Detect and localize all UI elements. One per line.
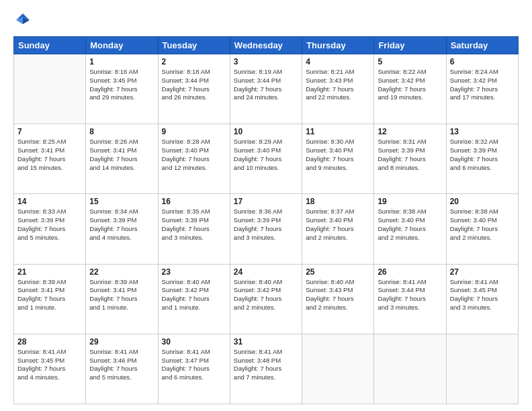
weekday-header-saturday: Saturday xyxy=(446,37,518,54)
day-info: Sunrise: 8:41 AM Sunset: 3:48 PM Dayligh… xyxy=(234,348,298,382)
calendar-cell: 14Sunrise: 8:33 AM Sunset: 3:39 PM Dayli… xyxy=(14,194,86,264)
weekday-header-friday: Friday xyxy=(374,37,446,54)
day-number: 17 xyxy=(234,197,298,206)
page: SundayMondayTuesdayWednesdayThursdayFrid… xyxy=(0,0,532,411)
day-info: Sunrise: 8:40 AM Sunset: 3:42 PM Dayligh… xyxy=(234,278,298,312)
day-number: 2 xyxy=(162,57,226,66)
day-number: 9 xyxy=(162,127,226,136)
day-info: Sunrise: 8:32 AM Sunset: 3:39 PM Dayligh… xyxy=(450,138,515,172)
day-info: Sunrise: 8:35 AM Sunset: 3:39 PM Dayligh… xyxy=(162,208,226,242)
calendar-cell: 25Sunrise: 8:40 AM Sunset: 3:43 PM Dayli… xyxy=(302,264,374,334)
day-number: 12 xyxy=(378,127,442,136)
calendar-cell: 9Sunrise: 8:28 AM Sunset: 3:40 PM Daylig… xyxy=(158,124,230,194)
logo-icon xyxy=(13,11,32,30)
day-number: 23 xyxy=(162,267,226,277)
calendar-cell: 6Sunrise: 8:24 AM Sunset: 3:42 PM Daylig… xyxy=(446,54,518,124)
calendar-week-2: 7Sunrise: 8:25 AM Sunset: 3:41 PM Daylig… xyxy=(14,124,519,194)
calendar-cell: 20Sunrise: 8:38 AM Sunset: 3:40 PM Dayli… xyxy=(446,194,518,264)
calendar-cell: 16Sunrise: 8:35 AM Sunset: 3:39 PM Dayli… xyxy=(158,194,230,264)
calendar-week-4: 21Sunrise: 8:39 AM Sunset: 3:41 PM Dayli… xyxy=(14,264,519,334)
day-info: Sunrise: 8:19 AM Sunset: 3:44 PM Dayligh… xyxy=(234,68,298,102)
day-info: Sunrise: 8:16 AM Sunset: 3:45 PM Dayligh… xyxy=(89,68,154,102)
calendar-cell: 5Sunrise: 8:22 AM Sunset: 3:42 PM Daylig… xyxy=(374,54,446,124)
logo xyxy=(13,11,35,30)
day-info: Sunrise: 8:39 AM Sunset: 3:41 PM Dayligh… xyxy=(89,278,154,312)
calendar-cell xyxy=(14,54,86,124)
day-number: 13 xyxy=(450,127,515,136)
day-info: Sunrise: 8:37 AM Sunset: 3:40 PM Dayligh… xyxy=(306,208,370,242)
day-number: 11 xyxy=(306,127,370,136)
day-info: Sunrise: 8:28 AM Sunset: 3:40 PM Dayligh… xyxy=(162,138,226,172)
day-number: 28 xyxy=(17,337,82,347)
day-number: 30 xyxy=(162,337,226,347)
calendar-cell: 23Sunrise: 8:40 AM Sunset: 3:42 PM Dayli… xyxy=(158,264,230,334)
calendar-cell: 22Sunrise: 8:39 AM Sunset: 3:41 PM Dayli… xyxy=(86,264,158,334)
day-number: 4 xyxy=(306,57,370,66)
calendar-cell: 28Sunrise: 8:41 AM Sunset: 3:45 PM Dayli… xyxy=(14,334,86,404)
calendar-cell: 8Sunrise: 8:26 AM Sunset: 3:41 PM Daylig… xyxy=(86,124,158,194)
day-number: 7 xyxy=(17,127,82,136)
day-info: Sunrise: 8:41 AM Sunset: 3:45 PM Dayligh… xyxy=(450,278,515,312)
day-number: 22 xyxy=(89,267,154,277)
day-number: 19 xyxy=(378,197,442,206)
weekday-header-row: SundayMondayTuesdayWednesdayThursdayFrid… xyxy=(14,37,519,54)
calendar-week-1: 1Sunrise: 8:16 AM Sunset: 3:45 PM Daylig… xyxy=(14,54,519,124)
day-info: Sunrise: 8:25 AM Sunset: 3:41 PM Dayligh… xyxy=(17,138,82,172)
day-number: 27 xyxy=(450,267,515,277)
day-number: 21 xyxy=(17,267,82,277)
day-info: Sunrise: 8:24 AM Sunset: 3:42 PM Dayligh… xyxy=(450,68,515,102)
day-number: 29 xyxy=(89,337,154,347)
calendar-cell: 1Sunrise: 8:16 AM Sunset: 3:45 PM Daylig… xyxy=(86,54,158,124)
calendar-cell xyxy=(302,334,374,404)
day-number: 6 xyxy=(450,57,515,66)
day-info: Sunrise: 8:40 AM Sunset: 3:43 PM Dayligh… xyxy=(306,278,370,312)
calendar-cell: 21Sunrise: 8:39 AM Sunset: 3:41 PM Dayli… xyxy=(14,264,86,334)
day-number: 16 xyxy=(162,197,226,206)
calendar-cell: 30Sunrise: 8:41 AM Sunset: 3:47 PM Dayli… xyxy=(158,334,230,404)
day-number: 14 xyxy=(17,197,82,206)
calendar-cell: 3Sunrise: 8:19 AM Sunset: 3:44 PM Daylig… xyxy=(230,54,302,124)
calendar-cell xyxy=(446,334,518,404)
day-info: Sunrise: 8:31 AM Sunset: 3:39 PM Dayligh… xyxy=(378,138,442,172)
calendar-cell: 2Sunrise: 8:18 AM Sunset: 3:44 PM Daylig… xyxy=(158,54,230,124)
calendar-table: SundayMondayTuesdayWednesdayThursdayFrid… xyxy=(13,36,519,404)
weekday-header-wednesday: Wednesday xyxy=(230,37,302,54)
calendar-cell: 12Sunrise: 8:31 AM Sunset: 3:39 PM Dayli… xyxy=(374,124,446,194)
calendar-cell: 27Sunrise: 8:41 AM Sunset: 3:45 PM Dayli… xyxy=(446,264,518,334)
header xyxy=(13,11,519,30)
calendar-cell: 26Sunrise: 8:41 AM Sunset: 3:44 PM Dayli… xyxy=(374,264,446,334)
day-info: Sunrise: 8:33 AM Sunset: 3:39 PM Dayligh… xyxy=(17,208,82,242)
day-number: 20 xyxy=(450,197,515,206)
calendar-cell: 10Sunrise: 8:29 AM Sunset: 3:40 PM Dayli… xyxy=(230,124,302,194)
calendar-cell: 24Sunrise: 8:40 AM Sunset: 3:42 PM Dayli… xyxy=(230,264,302,334)
day-info: Sunrise: 8:22 AM Sunset: 3:42 PM Dayligh… xyxy=(378,68,442,102)
day-info: Sunrise: 8:26 AM Sunset: 3:41 PM Dayligh… xyxy=(89,138,154,172)
calendar-cell: 29Sunrise: 8:41 AM Sunset: 3:46 PM Dayli… xyxy=(86,334,158,404)
calendar-week-5: 28Sunrise: 8:41 AM Sunset: 3:45 PM Dayli… xyxy=(14,334,519,404)
day-number: 1 xyxy=(89,57,154,66)
day-info: Sunrise: 8:38 AM Sunset: 3:40 PM Dayligh… xyxy=(378,208,442,242)
day-info: Sunrise: 8:41 AM Sunset: 3:47 PM Dayligh… xyxy=(162,348,226,382)
calendar-week-3: 14Sunrise: 8:33 AM Sunset: 3:39 PM Dayli… xyxy=(14,194,519,264)
day-info: Sunrise: 8:29 AM Sunset: 3:40 PM Dayligh… xyxy=(234,138,298,172)
day-info: Sunrise: 8:41 AM Sunset: 3:45 PM Dayligh… xyxy=(17,348,82,382)
calendar-cell: 11Sunrise: 8:30 AM Sunset: 3:40 PM Dayli… xyxy=(302,124,374,194)
calendar-cell: 7Sunrise: 8:25 AM Sunset: 3:41 PM Daylig… xyxy=(14,124,86,194)
weekday-header-thursday: Thursday xyxy=(302,37,374,54)
day-info: Sunrise: 8:41 AM Sunset: 3:44 PM Dayligh… xyxy=(378,278,442,312)
calendar-cell xyxy=(374,334,446,404)
day-number: 26 xyxy=(378,267,442,277)
day-number: 8 xyxy=(89,127,154,136)
calendar-cell: 4Sunrise: 8:21 AM Sunset: 3:43 PM Daylig… xyxy=(302,54,374,124)
day-info: Sunrise: 8:41 AM Sunset: 3:46 PM Dayligh… xyxy=(89,348,154,382)
calendar-cell: 13Sunrise: 8:32 AM Sunset: 3:39 PM Dayli… xyxy=(446,124,518,194)
day-info: Sunrise: 8:38 AM Sunset: 3:40 PM Dayligh… xyxy=(450,208,515,242)
day-info: Sunrise: 8:39 AM Sunset: 3:41 PM Dayligh… xyxy=(17,278,82,312)
day-number: 25 xyxy=(306,267,370,277)
day-info: Sunrise: 8:34 AM Sunset: 3:39 PM Dayligh… xyxy=(89,208,154,242)
day-info: Sunrise: 8:40 AM Sunset: 3:42 PM Dayligh… xyxy=(162,278,226,312)
day-number: 15 xyxy=(89,197,154,206)
day-number: 18 xyxy=(306,197,370,206)
day-info: Sunrise: 8:30 AM Sunset: 3:40 PM Dayligh… xyxy=(306,138,370,172)
day-info: Sunrise: 8:36 AM Sunset: 3:39 PM Dayligh… xyxy=(234,208,298,242)
